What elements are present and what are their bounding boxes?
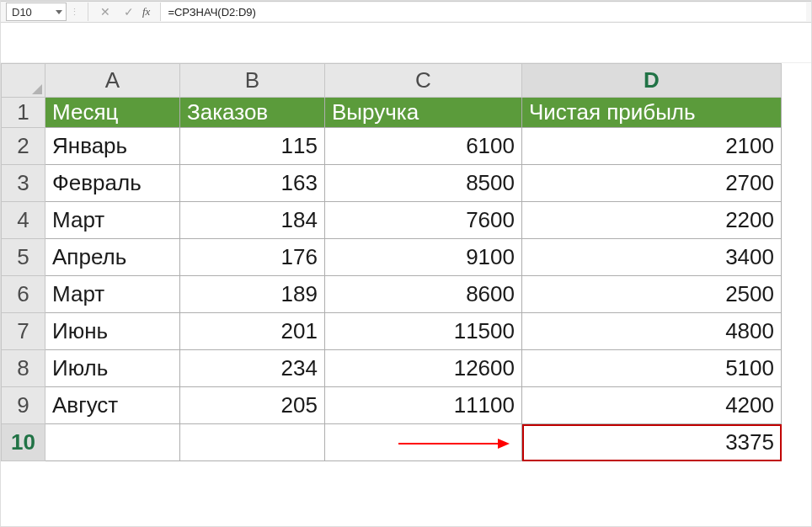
cell-A3[interactable]: Февраль xyxy=(45,165,180,202)
row-header-9[interactable]: 9 xyxy=(2,387,45,424)
cell-C1[interactable]: Выручка xyxy=(325,98,522,128)
row-header-8[interactable]: 8 xyxy=(2,350,45,387)
cell-D2[interactable]: 2100 xyxy=(522,128,782,165)
cell-B2[interactable]: 115 xyxy=(180,128,325,165)
cell-B7[interactable]: 201 xyxy=(180,313,325,350)
row-header-2[interactable]: 2 xyxy=(2,128,45,165)
x-icon: ✕ xyxy=(100,5,110,19)
table-row: 5 Апрель 176 9100 3400 xyxy=(2,239,782,276)
formula-input[interactable]: =СРЗНАЧ(D2:D9) xyxy=(161,3,806,21)
cell-D3[interactable]: 2700 xyxy=(522,165,782,202)
column-header-row: A B C D xyxy=(2,64,782,98)
cell-D6[interactable]: 2500 xyxy=(522,276,782,313)
cell-D4[interactable]: 2200 xyxy=(522,202,782,239)
cell-C3[interactable]: 8500 xyxy=(325,165,522,202)
cell-D10[interactable]: 3375 xyxy=(522,424,782,461)
cell-B5[interactable]: 176 xyxy=(180,239,325,276)
cell-C10[interactable] xyxy=(325,424,522,461)
cell-C4[interactable]: 7600 xyxy=(325,202,522,239)
cell-B3[interactable]: 163 xyxy=(180,165,325,202)
accept-formula-button[interactable]: ✓ xyxy=(120,3,137,20)
cancel-formula-button[interactable]: ✕ xyxy=(97,3,114,20)
spreadsheet-grid[interactable]: A B C D 1 Месяц Заказов Выручка Чистая п… xyxy=(1,63,782,461)
table-row: 2 Январь 115 6100 2100 xyxy=(2,128,782,165)
cell-C7[interactable]: 11500 xyxy=(325,313,522,350)
row-header-6[interactable]: 6 xyxy=(2,276,45,313)
cell-C9[interactable]: 11100 xyxy=(325,387,522,424)
cell-D8[interactable]: 5100 xyxy=(522,350,782,387)
formula-text: =СРЗНАЧ(D2:D9) xyxy=(168,6,255,19)
cell-B9[interactable]: 205 xyxy=(180,387,325,424)
table-row: 8 Июль 234 12600 5100 xyxy=(2,350,782,387)
cell-A1[interactable]: Месяц xyxy=(45,98,180,128)
col-header-C[interactable]: C xyxy=(325,64,522,98)
cell-A10[interactable] xyxy=(45,424,180,461)
chevron-down-icon[interactable] xyxy=(56,10,62,14)
row-header-4[interactable]: 4 xyxy=(2,202,45,239)
name-box-value: D10 xyxy=(12,6,32,19)
cell-B6[interactable]: 189 xyxy=(180,276,325,313)
cell-D5[interactable]: 3400 xyxy=(522,239,782,276)
check-icon: ✓ xyxy=(124,5,134,19)
select-all-corner[interactable] xyxy=(2,64,45,98)
row-header-1[interactable]: 1 xyxy=(2,98,45,128)
cell-D9[interactable]: 4200 xyxy=(522,387,782,424)
excel-window: D10 ⋮ ✕ ✓ fx =СРЗНАЧ(D2:D9) A B C D 1 Ме… xyxy=(0,0,812,527)
cell-A5[interactable]: Апрель xyxy=(45,239,180,276)
cell-B8[interactable]: 234 xyxy=(180,350,325,387)
row-header-5[interactable]: 5 xyxy=(2,239,45,276)
row-header-7[interactable]: 7 xyxy=(2,313,45,350)
cell-A6[interactable]: Март xyxy=(45,276,180,313)
row-header-10[interactable]: 10 xyxy=(2,424,45,461)
cell-A7[interactable]: Июнь xyxy=(45,313,180,350)
cell-B1[interactable]: Заказов xyxy=(180,98,325,128)
col-header-B[interactable]: B xyxy=(180,64,325,98)
cell-A8[interactable]: Июль xyxy=(45,350,180,387)
cell-A4[interactable]: Март xyxy=(45,202,180,239)
cell-C2[interactable]: 6100 xyxy=(325,128,522,165)
formula-controls: ✕ ✓ fx xyxy=(88,3,155,21)
table-row: 4 Март 184 7600 2200 xyxy=(2,202,782,239)
table-row: 10 3375 xyxy=(2,424,782,461)
row-header-3[interactable]: 3 xyxy=(2,165,45,202)
table-row: 9 Август 205 11100 4200 xyxy=(2,387,782,424)
cell-C6[interactable]: 8600 xyxy=(325,276,522,313)
cell-C5[interactable]: 9100 xyxy=(325,239,522,276)
fx-icon[interactable]: fx xyxy=(142,5,150,19)
table-row: 1 Месяц Заказов Выручка Чистая прибыль xyxy=(2,98,782,128)
name-box[interactable]: D10 xyxy=(6,3,67,21)
cell-A9[interactable]: Август xyxy=(45,387,180,424)
cell-B4[interactable]: 184 xyxy=(180,202,325,239)
formula-bar: D10 ⋮ ✕ ✓ fx =СРЗНАЧ(D2:D9) xyxy=(1,1,811,23)
grip-icon: ⋮ xyxy=(70,7,79,18)
cell-B10[interactable] xyxy=(180,424,325,461)
table-row: 6 Март 189 8600 2500 xyxy=(2,276,782,313)
table-row: 7 Июнь 201 11500 4800 xyxy=(2,313,782,350)
col-header-A[interactable]: A xyxy=(45,64,180,98)
table-row: 3 Февраль 163 8500 2700 xyxy=(2,165,782,202)
cell-D1[interactable]: Чистая прибыль xyxy=(522,98,782,128)
cell-A2[interactable]: Январь xyxy=(45,128,180,165)
cell-D7[interactable]: 4800 xyxy=(522,313,782,350)
col-header-D[interactable]: D xyxy=(522,64,782,98)
cell-C8[interactable]: 12600 xyxy=(325,350,522,387)
